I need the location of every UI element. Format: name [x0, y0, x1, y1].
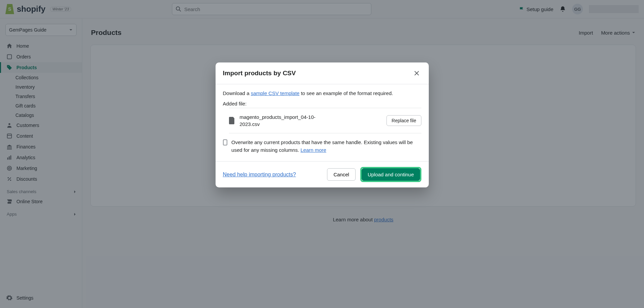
file-icon: [229, 117, 235, 124]
cancel-button[interactable]: Cancel: [327, 168, 356, 181]
modal-overlay: Import products by CSV Download a sample…: [0, 0, 644, 308]
overwrite-text: Overwrite any current products that have…: [231, 139, 421, 154]
modal-footer: Need help importing products? Cancel Upl…: [216, 161, 429, 187]
download-instruction: Download a sample CSV template to see an…: [223, 90, 421, 96]
upload-button-highlight: Upload and continue: [360, 167, 421, 182]
dl-prefix: Download a: [223, 90, 251, 96]
upload-continue-button[interactable]: Upload and continue: [362, 168, 420, 181]
close-button[interactable]: [412, 69, 421, 78]
file-name: magento_products_import_04-10-2023.csv: [240, 114, 327, 128]
modal-title: Import products by CSV: [223, 70, 296, 77]
replace-file-button[interactable]: Replace file: [386, 115, 421, 126]
dl-suffix: to see an example of the format required…: [300, 90, 393, 96]
close-icon: [413, 70, 420, 77]
modal-body: Download a sample CSV template to see an…: [216, 84, 429, 161]
help-importing-link[interactable]: Need help importing products?: [223, 172, 296, 178]
learn-more-link[interactable]: Learn more: [301, 147, 326, 153]
file-row: magento_products_import_04-10-2023.csv R…: [229, 108, 421, 133]
overwrite-row: Overwrite any current products that have…: [223, 133, 421, 159]
added-file-label: Added file:: [223, 101, 421, 106]
modal-header: Import products by CSV: [216, 62, 429, 84]
import-csv-modal: Import products by CSV Download a sample…: [216, 62, 429, 187]
sample-csv-link[interactable]: sample CSV template: [251, 90, 300, 96]
overwrite-checkbox[interactable]: [223, 139, 228, 145]
